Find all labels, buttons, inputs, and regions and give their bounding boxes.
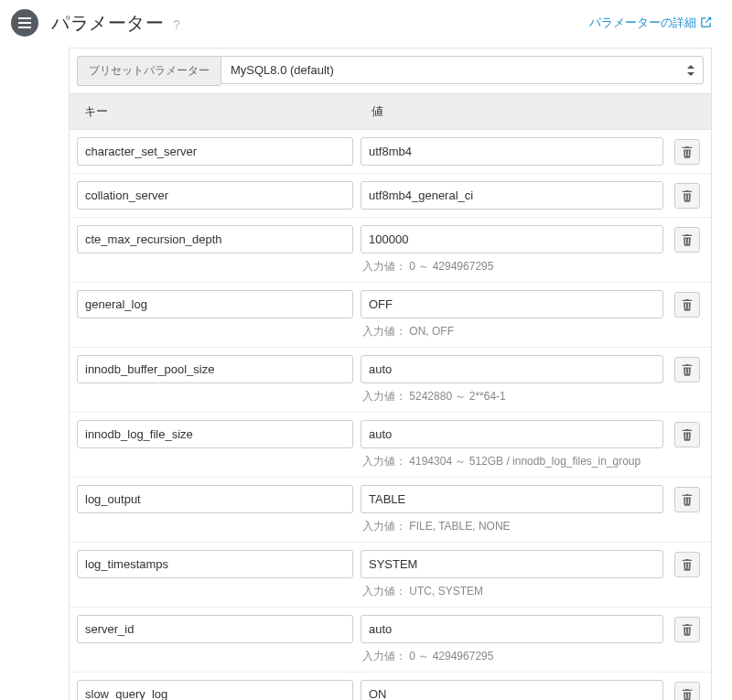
key-input[interactable]: [77, 355, 353, 383]
value-hint: 入力値： 5242880 ～ 2**64-1: [361, 389, 663, 404]
trash-icon: [681, 363, 694, 376]
delete-button[interactable]: [674, 487, 700, 512]
key-input[interactable]: [77, 137, 353, 166]
delete-button[interactable]: [674, 227, 700, 253]
value-input[interactable]: [361, 290, 663, 318]
delete-button[interactable]: [674, 617, 700, 642]
table-row: 入力値： 0 ～ 4294967295: [70, 218, 711, 283]
key-input[interactable]: [77, 290, 353, 318]
parameters-panel: プリセットパラメーター MySQL8.0 (default) キー 値: [69, 48, 712, 700]
value-hint: 入力値： ON, OFF: [361, 324, 663, 339]
detail-link-text: パラメーターの詳細: [589, 15, 696, 31]
table-row: 入力値： UTC, SYSTEM: [70, 543, 711, 608]
value-input[interactable]: [361, 485, 663, 513]
value-input[interactable]: [361, 550, 663, 578]
col-key-header: キー: [77, 103, 368, 120]
value-hint: 入力値： 4194304 ～ 512GB / innodb_log_files_…: [361, 454, 663, 469]
value-input[interactable]: [361, 355, 663, 383]
value-input[interactable]: [361, 680, 663, 700]
trash-icon: [681, 233, 694, 246]
value-input[interactable]: [361, 181, 663, 210]
trash-icon: [681, 298, 694, 311]
value-input[interactable]: [361, 225, 663, 253]
list-icon: [11, 9, 38, 37]
trash-icon: [681, 558, 694, 571]
key-input[interactable]: [77, 420, 353, 448]
svg-rect-1: [18, 22, 31, 24]
key-input[interactable]: [77, 680, 353, 700]
preset-parameter-label: プリセットパラメーター: [77, 56, 221, 86]
value-hint: 入力値： FILE, TABLE, NONE: [361, 519, 663, 534]
table-row: [70, 130, 711, 174]
value-input[interactable]: [361, 615, 663, 643]
delete-button[interactable]: [674, 139, 700, 165]
trash-icon: [681, 493, 694, 506]
value-input[interactable]: [361, 420, 663, 448]
trash-icon: [681, 688, 694, 700]
table-row: 入力値： FILE, TABLE, NONE: [70, 478, 711, 543]
table-row: 入力値： ON, OFF: [70, 283, 711, 348]
value-hint: 入力値： 0 ～ 4294967295: [361, 259, 663, 275]
preset-parameter-select[interactable]: MySQL8.0 (default): [221, 56, 704, 84]
table-row: 入力値： 0 ～ 4294967295: [70, 608, 711, 673]
key-input[interactable]: [77, 485, 353, 513]
key-input[interactable]: [77, 225, 353, 253]
key-input[interactable]: [77, 550, 353, 578]
table-row: 入力値： 4194304 ～ 512GB / innodb_log_files_…: [70, 413, 711, 478]
parameter-details-link[interactable]: パラメーターの詳細: [589, 15, 712, 31]
delete-button[interactable]: [674, 552, 700, 577]
table-header: キー 値: [70, 94, 711, 130]
table-row: 入力値： 5242880 ～ 2**64-1: [70, 348, 711, 413]
value-hint: 入力値： UTC, SYSTEM: [361, 584, 663, 599]
table-row: [70, 174, 711, 218]
key-input[interactable]: [77, 615, 353, 643]
title-text: パラメーター: [51, 13, 164, 33]
delete-button[interactable]: [674, 422, 700, 447]
col-value-header: 値: [368, 103, 704, 120]
key-input[interactable]: [77, 181, 353, 210]
value-input[interactable]: [361, 137, 663, 166]
svg-rect-2: [18, 27, 31, 28]
trash-icon: [681, 145, 694, 158]
page-title: パラメーター ?: [51, 11, 180, 36]
delete-button[interactable]: [674, 183, 700, 209]
delete-button[interactable]: [674, 682, 700, 700]
delete-button[interactable]: [674, 292, 700, 318]
table-row: 入力値： ON, OFF: [70, 673, 711, 700]
delete-button[interactable]: [674, 357, 700, 382]
trash-icon: [681, 189, 694, 202]
external-link-icon: [700, 16, 712, 28]
help-icon[interactable]: ?: [173, 17, 180, 32]
value-hint: 入力値： 0 ～ 4294967295: [361, 649, 663, 664]
trash-icon: [681, 428, 694, 441]
svg-rect-0: [18, 17, 31, 19]
trash-icon: [681, 623, 694, 636]
